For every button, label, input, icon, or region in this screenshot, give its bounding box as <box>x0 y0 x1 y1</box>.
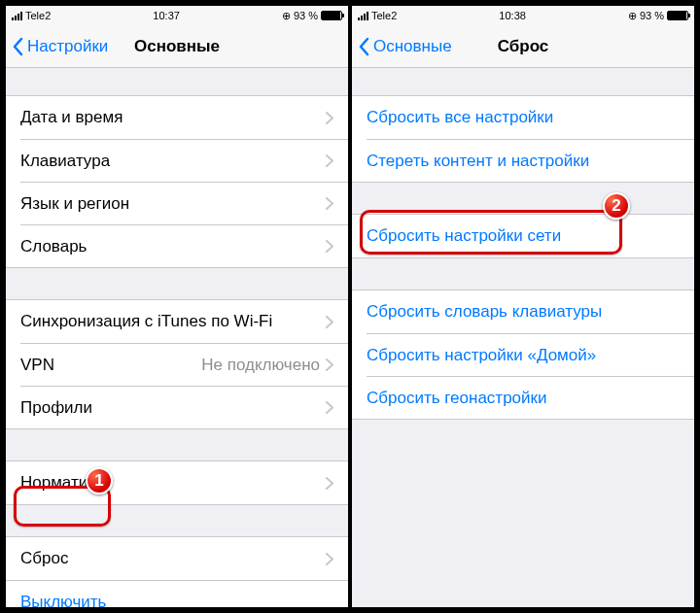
cell-label: Сбросить все настройки <box>367 108 680 127</box>
signal-icon <box>358 11 368 20</box>
group-reset: Сброс <box>6 536 348 581</box>
phone-general: Tele2 10:37 ⊕ 93 % Настройки Основные Да… <box>6 6 348 607</box>
back-label: Основные <box>373 37 452 56</box>
cell-label: Словарь <box>20 237 326 256</box>
cell-language-region[interactable]: Язык и регион <box>20 182 348 224</box>
carrier-label: Tele2 <box>371 10 397 21</box>
signal-icon <box>12 11 22 20</box>
cell-date-time[interactable]: Дата и время <box>6 96 348 139</box>
carrier-label: Tele2 <box>25 10 51 21</box>
chevron-right-icon <box>326 477 333 490</box>
status-bar: Tele2 10:38 ⊕ 93 % <box>352 6 694 25</box>
group-reset-other: Сбросить словарь клавиатуры Сбросить нас… <box>352 289 694 420</box>
chevron-right-icon <box>326 316 333 328</box>
cell-label: Сброс <box>20 549 326 568</box>
group-connectivity: Синхронизация с iTunes по Wi-Fi VPN Не п… <box>6 299 348 429</box>
nav-bar: Основные Сброс <box>352 25 694 68</box>
cell-shutdown[interactable]: Выключить <box>6 581 348 607</box>
cell-reset-location[interactable]: Сбросить геонастройки <box>367 376 694 419</box>
cell-label: Клавиатура <box>20 152 326 171</box>
cell-label: Синхронизация с iTunes по Wi-Fi <box>20 312 326 331</box>
cell-keyboard[interactable]: Клавиатура <box>20 139 348 182</box>
cell-label: Профили <box>20 398 326 418</box>
chevron-right-icon <box>326 154 333 167</box>
group-reset-network: Сбросить настройки сети <box>352 214 694 258</box>
cell-label: Выключить <box>20 593 333 607</box>
cell-reset[interactable]: Сброс <box>6 537 348 580</box>
cell-label: Нормативы <box>20 473 326 493</box>
nav-title: Основные <box>134 37 220 56</box>
back-button[interactable]: Основные <box>358 37 452 56</box>
chevron-right-icon <box>326 358 333 371</box>
battery-icon <box>321 11 342 20</box>
cell-dictionary[interactable]: Словарь <box>20 224 348 267</box>
group-regulatory: Нормативы <box>6 460 348 505</box>
cell-reset-all-settings[interactable]: Сбросить все настройки <box>352 96 694 139</box>
status-bar: Tele2 10:37 ⊕ 93 % <box>6 6 348 25</box>
cell-label: Дата и время <box>20 108 326 127</box>
reset-list[interactable]: Сбросить все настройки Стереть контент и… <box>352 68 694 607</box>
cell-profiles[interactable]: Профили <box>20 386 348 428</box>
chevron-right-icon <box>326 197 333 210</box>
nav-bar: Настройки Основные <box>6 25 348 68</box>
chevron-right-icon <box>326 401 333 414</box>
chevron-right-icon <box>326 240 333 253</box>
cell-itunes-wifi-sync[interactable]: Синхронизация с iTunes по Wi-Fi <box>6 300 348 343</box>
cell-label: Стереть контент и настройки <box>367 152 680 171</box>
nav-title: Сброс <box>498 37 549 56</box>
group-localization: Дата и время Клавиатура Язык и регион Сл… <box>6 95 348 268</box>
back-label: Настройки <box>27 37 108 56</box>
cell-label: Язык и регион <box>20 194 326 214</box>
cell-erase-all[interactable]: Стереть контент и настройки <box>367 139 694 182</box>
battery-percent: 93 % <box>294 10 318 21</box>
chevron-right-icon <box>326 553 333 565</box>
cell-regulatory[interactable]: Нормативы <box>6 461 348 504</box>
clock: 10:38 <box>499 10 526 21</box>
cell-label: Сбросить геонастройки <box>367 389 680 408</box>
phone-reset: Tele2 10:38 ⊕ 93 % Основные Сброс Сброси… <box>352 6 694 607</box>
cell-label: Сбросить настройки «Домой» <box>367 346 680 365</box>
chevron-right-icon <box>326 112 333 124</box>
cell-label: Сбросить настройки сети <box>367 226 680 246</box>
clock: 10:37 <box>153 10 180 21</box>
settings-list[interactable]: Дата и время Клавиатура Язык и регион Сл… <box>6 68 348 607</box>
cell-reset-home[interactable]: Сбросить настройки «Домой» <box>367 333 694 376</box>
cell-reset-network[interactable]: Сбросить настройки сети <box>352 215 694 257</box>
cell-vpn[interactable]: VPN Не подключено <box>20 343 348 386</box>
back-button[interactable]: Настройки <box>12 37 108 56</box>
chevron-left-icon <box>12 37 23 56</box>
rotation-lock-icon: ⊕ <box>282 10 291 22</box>
cell-value: Не подключено <box>201 356 320 375</box>
screenshot-pair: Tele2 10:37 ⊕ 93 % Настройки Основные Да… <box>4 4 696 609</box>
group-reset-main: Сбросить все настройки Стереть контент и… <box>352 95 694 183</box>
group-shutdown: Выключить <box>6 581 348 607</box>
cell-label: VPN <box>20 356 201 375</box>
cell-label: Сбросить словарь клавиатуры <box>367 302 680 322</box>
battery-percent: 93 % <box>640 10 664 21</box>
rotation-lock-icon: ⊕ <box>628 10 637 22</box>
cell-reset-keyboard-dict[interactable]: Сбросить словарь клавиатуры <box>352 290 694 333</box>
battery-icon <box>667 11 688 20</box>
chevron-left-icon <box>358 37 369 56</box>
